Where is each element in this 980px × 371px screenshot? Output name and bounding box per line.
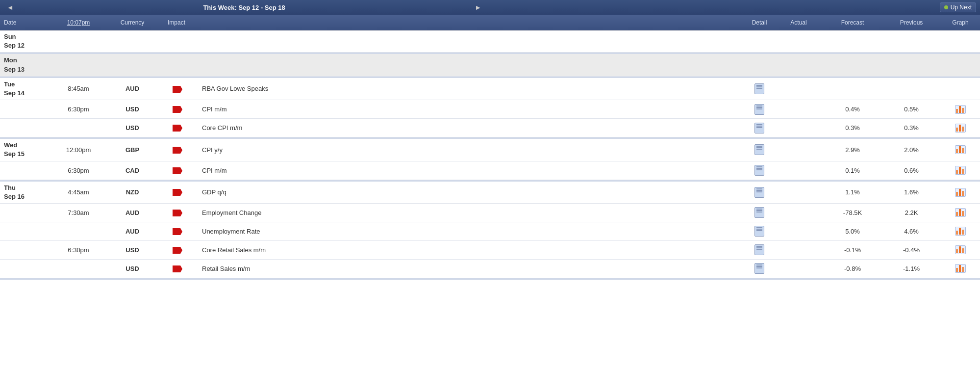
- col-time[interactable]: 10:07pm: [49, 19, 108, 26]
- date-cell: Wed Sep 15: [0, 139, 49, 160]
- actual-cell: [774, 190, 823, 194]
- previous-cell: -0.4%: [882, 244, 941, 256]
- graph-cell[interactable]: [941, 225, 980, 238]
- detail-icon[interactable]: [754, 263, 764, 274]
- graph-cell[interactable]: [941, 122, 980, 134]
- detail-icon[interactable]: [754, 123, 764, 133]
- detail-cell[interactable]: [745, 185, 774, 200]
- detail-icon[interactable]: [754, 226, 764, 237]
- detail-cell[interactable]: [745, 121, 774, 135]
- graph-icon[interactable]: [955, 124, 966, 132]
- detail-cell[interactable]: [745, 205, 774, 220]
- detail-icon[interactable]: [754, 144, 764, 155]
- graph-icon[interactable]: [955, 264, 966, 273]
- event-cell: Retail Sales m/m: [196, 263, 745, 274]
- graph-icon[interactable]: [955, 188, 966, 197]
- time-cell: 6:30pm: [49, 104, 108, 115]
- graph-cell[interactable]: [941, 243, 980, 256]
- next-week-arrow[interactable]: ►: [472, 3, 484, 11]
- impact-flag: [173, 106, 180, 113]
- actual-cell: [774, 168, 823, 172]
- event-cell: RBA Gov Lowe Speaks: [196, 83, 745, 94]
- currency-cell: USD: [108, 104, 157, 115]
- detail-cell[interactable]: [745, 142, 774, 157]
- graph-cell[interactable]: [941, 164, 980, 177]
- table-row: 6:30pm USD Core Retail Sales m/m -0.1% -…: [0, 241, 980, 260]
- event-cell: Core CPI m/m: [196, 122, 745, 133]
- time-cell: [49, 63, 108, 67]
- detail-cell[interactable]: [745, 242, 774, 257]
- graph-cell[interactable]: [941, 103, 980, 116]
- prev-week-arrow[interactable]: ◄: [4, 3, 17, 11]
- detail-cell[interactable]: [745, 81, 774, 96]
- date-cell: [0, 126, 49, 130]
- impact-cell: [157, 263, 196, 275]
- up-next-button[interactable]: Up Next: [940, 2, 976, 12]
- table-row: 7:30am AUD Employment Change -78.5K 2.2K: [0, 204, 980, 222]
- detail-cell[interactable]: [745, 224, 774, 238]
- graph-cell: [941, 63, 980, 67]
- detail-icon[interactable]: [754, 187, 764, 198]
- detail-icon[interactable]: [754, 207, 764, 218]
- previous-cell: [882, 87, 941, 91]
- actual-cell: [774, 63, 823, 67]
- table-row: USD Core CPI m/m 0.3% 0.3%: [0, 119, 980, 137]
- time-cell: [49, 126, 108, 130]
- forecast-cell: -78.5K: [823, 207, 882, 218]
- graph-cell[interactable]: [941, 87, 980, 91]
- table-row: AUD Unemployment Rate 5.0% 4.6%: [0, 222, 980, 241]
- impact-cell: [157, 144, 196, 156]
- date-cell: Sun Sep 12: [0, 30, 49, 52]
- time-cell: 4:45am: [49, 186, 108, 198]
- forecast-cell: [823, 87, 882, 91]
- detail-icon[interactable]: [754, 165, 764, 176]
- impact-cell: [157, 104, 196, 115]
- graph-cell[interactable]: [941, 206, 980, 219]
- actual-cell: [774, 107, 823, 111]
- col-date: Date: [0, 19, 49, 26]
- graph-icon[interactable]: [955, 227, 966, 236]
- column-headers: Date 10:07pm Currency Impact Detail Actu…: [0, 15, 980, 30]
- forecast-cell: 5.0%: [823, 226, 882, 237]
- previous-cell: -1.1%: [882, 263, 941, 274]
- graph-icon[interactable]: [955, 208, 966, 217]
- detail-icon[interactable]: [754, 244, 764, 255]
- graph-icon[interactable]: [955, 245, 966, 254]
- graph-icon[interactable]: [955, 105, 966, 114]
- actual-cell: [774, 266, 823, 270]
- detail-icon[interactable]: [754, 104, 764, 115]
- actual-cell: [774, 211, 823, 214]
- impact-cell: [157, 164, 196, 176]
- time-cell: 8:45am: [49, 83, 108, 94]
- currency-cell: [108, 63, 157, 67]
- detail-cell[interactable]: [745, 102, 774, 117]
- currency-cell: USD: [108, 122, 157, 133]
- detail-cell[interactable]: [745, 163, 774, 178]
- forecast-cell: 0.1%: [823, 165, 882, 176]
- graph-cell[interactable]: [941, 186, 980, 199]
- impact-flag: [173, 247, 180, 254]
- week-title: This Week: Sep 12 - Sep 18: [17, 4, 472, 11]
- forecast-cell: -0.8%: [823, 263, 882, 274]
- time-cell: 6:30pm: [49, 165, 108, 176]
- previous-cell: 0.3%: [882, 122, 941, 133]
- detail-cell[interactable]: [745, 261, 774, 276]
- graph-icon[interactable]: [955, 166, 966, 175]
- graph-icon[interactable]: [955, 145, 966, 154]
- event-cell: CPI y/y: [196, 144, 745, 156]
- event-cell: GDP q/q: [196, 186, 745, 198]
- previous-cell: 0.5%: [882, 104, 941, 115]
- detail-icon[interactable]: [754, 83, 764, 94]
- previous-cell: [882, 63, 941, 67]
- graph-cell: [941, 39, 980, 43]
- actual-cell: [774, 229, 823, 233]
- day-separator: [0, 278, 980, 280]
- forecast-cell: 2.9%: [823, 144, 882, 156]
- graph-cell[interactable]: [941, 143, 980, 156]
- table-row: Wed Sep 15 12:00pm GBP CPI y/y 2.9% 2.0%: [0, 139, 980, 161]
- time-cell: [49, 39, 108, 43]
- date-cell: [0, 229, 49, 233]
- actual-cell: [774, 39, 823, 43]
- impact-cell: [157, 122, 196, 134]
- graph-cell[interactable]: [941, 262, 980, 275]
